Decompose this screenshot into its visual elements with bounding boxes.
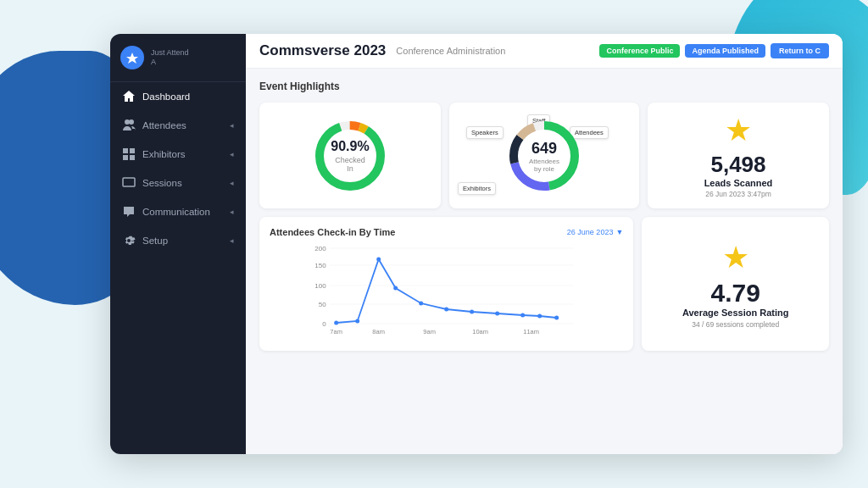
grid-icon (122, 147, 136, 161)
chart-date: 26 June 2023 ▼ (567, 228, 623, 236)
logo-text: Just Attend A (151, 48, 189, 67)
logo-icon (120, 46, 144, 69)
nav-arrow-sessions: ◂ (230, 179, 234, 187)
widget-rating: ★ 4.79 Average Session Rating 34 / 69 se… (642, 217, 829, 351)
svg-rect-0 (123, 148, 128, 153)
rating-sub: 34 / 69 sessions completed (692, 320, 779, 329)
rating-star-icon: ★ (722, 240, 749, 275)
svg-point-31 (376, 258, 381, 262)
svg-text:8am: 8am (372, 328, 385, 336)
sidebar-item-setup[interactable]: Setup ◂ (110, 226, 246, 255)
svg-point-29 (334, 321, 338, 325)
svg-text:200: 200 (314, 245, 326, 252)
gear-icon (122, 234, 136, 247)
sidebar: Just Attend A Dashboard Attendees ◂ Exhi… (110, 34, 246, 454)
donut-attendees: 649 Attendees by role (506, 118, 582, 194)
bottom-widgets: Attendees Check-in By Time 26 June 2023 … (259, 217, 829, 351)
nav-arrow-exhibitors: ◂ (230, 150, 234, 158)
sidebar-logo: Just Attend A (110, 34, 246, 82)
nav-arrow-setup: ◂ (230, 236, 234, 245)
attendees-inner: Staff Attendees Exhibitors Speakers (459, 118, 629, 194)
svg-text:50: 50 (319, 301, 326, 308)
svg-point-33 (419, 302, 423, 306)
widget-chart: Attendees Check-in By Time 26 June 2023 … (259, 217, 633, 351)
svg-point-36 (495, 312, 499, 316)
checkin-percent: 90.9% (331, 139, 369, 154)
donut-checkin: 90.9% Checked In (312, 118, 388, 194)
leads-star-icon: ★ (725, 113, 752, 148)
main-card: Just Attend A Dashboard Attendees ◂ Exhi… (110, 34, 843, 454)
nav-arrow-communication: ◂ (230, 208, 234, 216)
widget-attendees: Staff Attendees Exhibitors Speakers (449, 103, 639, 208)
svg-text:0: 0 (322, 320, 326, 328)
conference-title: Commsverse 2023 (259, 42, 386, 59)
svg-point-39 (554, 316, 559, 320)
svg-text:150: 150 (314, 262, 326, 269)
chevron-down-icon: ▼ (615, 228, 623, 236)
svg-point-34 (444, 308, 448, 312)
svg-point-32 (393, 286, 398, 291)
svg-point-37 (520, 313, 525, 318)
svg-text:100: 100 (314, 282, 326, 290)
chart-header: Attendees Check-in By Time 26 June 2023 … (270, 227, 623, 237)
badge-agenda-published: Agenda Published (685, 44, 765, 58)
svg-text:9am: 9am (423, 328, 436, 336)
rating-number: 4.79 (710, 279, 760, 308)
legend-exhibitors: Exhibitors (458, 182, 496, 195)
sidebar-item-sessions[interactable]: Sessions ◂ (110, 169, 246, 197)
sidebar-item-dashboard[interactable]: Dashboard (110, 82, 246, 111)
attendees-number: 649 (526, 139, 564, 157)
top-widgets: 90.9% Checked In Staff Attendees Exhibit… (259, 103, 829, 208)
sidebar-item-communication[interactable]: Communication ◂ (110, 197, 246, 226)
svg-point-30 (355, 319, 359, 324)
leads-number: 5,498 (710, 152, 765, 178)
checkin-chart: 200 150 100 50 0 7am 8am (270, 244, 623, 337)
svg-point-35 (470, 310, 474, 314)
return-button[interactable]: Return to C (771, 43, 829, 58)
chart-title: Attendees Check-in By Time (270, 227, 395, 237)
badge-conference-public: Conference Public (599, 44, 680, 58)
home-icon (122, 90, 136, 103)
svg-rect-1 (130, 148, 135, 153)
page-header: Commsverse 2023 Conference Administratio… (246, 34, 843, 69)
sidebar-item-attendees[interactable]: Attendees ◂ (110, 111, 246, 140)
dashboard-body: Event Highlights (246, 69, 843, 454)
svg-text:10am: 10am (472, 328, 488, 336)
svg-text:7am: 7am (330, 328, 342, 336)
main-content: Commsverse 2023 Conference Administratio… (246, 34, 843, 454)
attendees-sublabel: Attendees by role (526, 157, 564, 172)
donut-attendees-label: 649 Attendees by role (526, 139, 564, 172)
leads-date: 26 Jun 2023 3:47pm (705, 190, 771, 198)
donut-checkin-label: 90.9% Checked In (331, 139, 369, 173)
chat-icon (122, 205, 136, 219)
svg-text:11am: 11am (523, 328, 539, 336)
sidebar-item-exhibitors[interactable]: Exhibitors ◂ (110, 140, 246, 169)
header-badges: Conference Public Agenda Published Retur… (599, 43, 829, 58)
monitor-icon (122, 176, 136, 190)
svg-rect-4 (123, 178, 135, 186)
conference-subtitle: Conference Administration (396, 46, 505, 56)
leads-title: Leads Scanned (704, 178, 773, 188)
legend-speakers: Speakers (466, 126, 504, 139)
checkin-sublabel: Checked In (331, 156, 369, 173)
nav-arrow-attendees: ◂ (230, 121, 234, 130)
widget-leads: ★ 5,498 Leads Scanned 26 Jun 2023 3:47pm (648, 103, 829, 208)
section-title: Event Highlights (259, 80, 829, 92)
users-icon (122, 119, 136, 132)
svg-rect-3 (130, 155, 135, 160)
svg-point-38 (537, 314, 542, 319)
rating-label: Average Session Rating (682, 308, 789, 318)
svg-rect-2 (123, 155, 128, 160)
widget-checkin: 90.9% Checked In (259, 103, 441, 208)
